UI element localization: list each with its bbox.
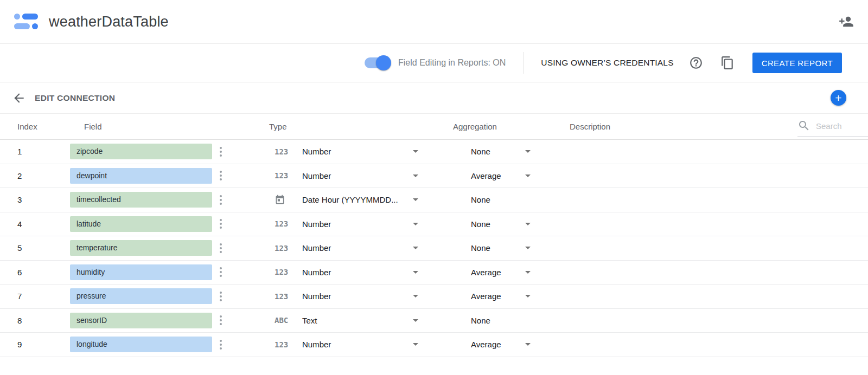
table-row: 2 dewpoint 123 Number Average	[0, 164, 868, 189]
type-cell: 123 Number	[231, 340, 431, 349]
chevron-down-icon[interactable]	[413, 343, 418, 346]
aggregation-cell: Average	[431, 171, 542, 180]
field-name-chip[interactable]: dewpoint	[70, 168, 212, 184]
field-cell: zipcode	[70, 144, 231, 159]
type-icon: 123	[275, 292, 293, 301]
field-options-menu-icon[interactable]	[217, 314, 225, 326]
data-source-editor: weatherDataTable Field Editing in Report…	[0, 0, 868, 357]
type-select[interactable]: Number	[302, 219, 331, 229]
table-row: 3 timecollected Date Hour (YYYYMMDD... N…	[0, 188, 868, 212]
column-header-index: Index	[0, 122, 70, 131]
chevron-down-icon[interactable]	[413, 271, 418, 274]
aggregation-select[interactable]: None	[471, 219, 490, 229]
chevron-down-icon[interactable]	[525, 150, 531, 153]
field-cell: pressure	[70, 288, 231, 304]
type-select[interactable]: Text	[302, 316, 317, 325]
column-header-description: Description	[542, 122, 797, 131]
logo-dot	[32, 23, 38, 29]
aggregation-select[interactable]: Average	[471, 268, 501, 277]
field-cell: dewpoint	[70, 168, 231, 184]
type-select[interactable]: Date Hour (YYYYMMDD...	[302, 195, 398, 204]
field-options-menu-icon[interactable]	[217, 218, 225, 230]
type-select[interactable]: Number	[302, 243, 331, 253]
type-glyph: 123	[275, 244, 288, 253]
type-glyph: 123	[275, 292, 288, 301]
search-input[interactable]	[815, 121, 865, 131]
aggregation-cell: Average	[431, 268, 542, 277]
type-select[interactable]: Number	[302, 147, 331, 156]
table-row: 8 sensorID ABC Text None	[0, 309, 868, 333]
chevron-down-icon[interactable]	[413, 295, 418, 298]
app-header: weatherDataTable	[0, 0, 868, 44]
field-name-chip[interactable]: longitude	[70, 337, 212, 352]
field-options-menu-icon[interactable]	[217, 339, 225, 351]
logo-bar	[14, 23, 30, 29]
row-index: 8	[0, 316, 70, 325]
type-select[interactable]: Number	[302, 171, 331, 180]
field-cell: sensorID	[70, 313, 231, 328]
type-cell: 123 Number	[231, 292, 431, 301]
field-options-menu-icon[interactable]	[217, 242, 225, 254]
row-index: 4	[0, 219, 70, 229]
type-glyph: 123	[275, 171, 288, 180]
chevron-down-icon[interactable]	[413, 174, 418, 177]
add-field-button[interactable]: +	[831, 90, 846, 106]
field-name-chip[interactable]: latitude	[70, 216, 212, 232]
data-studio-logo-icon[interactable]	[14, 13, 38, 30]
credentials-button[interactable]: USING OWNER’S CREDENTIALS	[541, 58, 673, 68]
type-icon: 123	[275, 268, 293, 276]
type-select[interactable]: Number	[302, 268, 331, 277]
aggregation-select[interactable]: None	[471, 195, 490, 204]
chevron-down-icon[interactable]	[413, 150, 418, 153]
table-header-row: Index Field Type Aggregation Description	[0, 114, 868, 140]
chevron-down-icon[interactable]	[525, 247, 531, 249]
copy-icon[interactable]	[720, 56, 735, 70]
field-table-body: 1 zipcode 123 Number None 2 dewpoint 123	[0, 140, 868, 357]
chevron-down-icon[interactable]	[413, 247, 418, 249]
table-row: 1 zipcode 123 Number None	[0, 140, 868, 164]
field-name-chip[interactable]: humidity	[70, 264, 212, 280]
aggregation-select[interactable]: Average	[471, 171, 501, 180]
row-index: 6	[0, 268, 70, 277]
type-icon: 123	[275, 171, 293, 180]
type-select[interactable]: Number	[302, 292, 331, 301]
chevron-down-icon[interactable]	[525, 174, 531, 177]
aggregation-select[interactable]: None	[471, 243, 490, 253]
search-icon	[797, 119, 810, 132]
field-options-menu-icon[interactable]	[217, 146, 225, 158]
aggregation-select[interactable]: Average	[471, 292, 501, 301]
back-arrow-icon[interactable]	[12, 91, 26, 105]
aggregation-select[interactable]: None	[471, 147, 490, 156]
field-name-chip[interactable]: temperature	[70, 240, 212, 256]
page-title: weatherDataTable	[49, 14, 169, 30]
edit-connection-button[interactable]: EDIT CONNECTION	[35, 93, 115, 103]
share-person-add-icon[interactable]	[839, 14, 854, 29]
connection-bar: EDIT CONNECTION +	[0, 82, 868, 114]
chevron-down-icon[interactable]	[525, 295, 531, 298]
field-options-menu-icon[interactable]	[217, 170, 225, 182]
chevron-down-icon[interactable]	[413, 319, 418, 322]
field-options-menu-icon[interactable]	[217, 194, 225, 206]
field-name-chip[interactable]: pressure	[70, 288, 212, 304]
aggregation-select[interactable]: None	[471, 316, 490, 325]
search-box[interactable]	[797, 117, 868, 137]
chevron-down-icon[interactable]	[525, 271, 531, 274]
create-report-button[interactable]: CREATE REPORT	[752, 53, 842, 73]
type-select[interactable]: Number	[302, 340, 331, 349]
field-options-menu-icon[interactable]	[217, 290, 225, 302]
chevron-down-icon[interactable]	[525, 343, 531, 346]
type-cell: 123 Number	[231, 219, 431, 229]
field-name-chip[interactable]: sensorID	[70, 313, 212, 328]
field-name-chip[interactable]: timecollected	[70, 192, 212, 208]
help-icon[interactable]	[689, 56, 703, 70]
field-editing-toggle[interactable]	[365, 56, 390, 70]
type-icon	[275, 195, 293, 205]
field-name-chip[interactable]: zipcode	[70, 144, 212, 159]
chevron-down-icon[interactable]	[413, 223, 418, 225]
field-options-menu-icon[interactable]	[217, 266, 225, 278]
aggregation-select[interactable]: Average	[471, 340, 501, 349]
chevron-down-icon[interactable]	[413, 198, 418, 201]
chevron-down-icon[interactable]	[525, 223, 531, 225]
field-cell: latitude	[70, 216, 231, 232]
row-index: 5	[0, 243, 70, 253]
